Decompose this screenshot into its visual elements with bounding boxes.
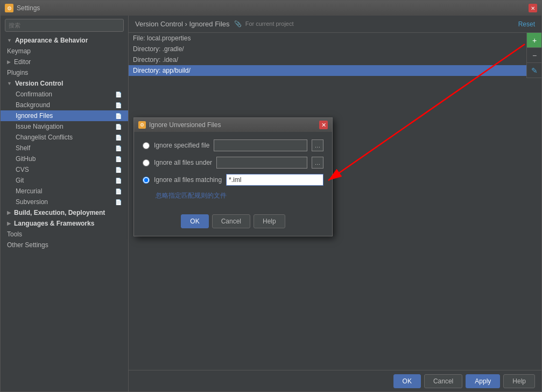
option3-input[interactable] [226,174,323,186]
sidebar-item-label: Mercurial [16,187,42,195]
sidebar-item-label: Languages & Frameworks [14,220,94,227]
sidebar-item-label: Confirmation [16,90,52,98]
option3-radio[interactable] [143,177,150,184]
sidebar-item-label: Git [16,177,24,184]
sidebar-item-tools[interactable]: Tools [1,229,128,240]
option2-radio[interactable] [143,159,150,166]
sidebar-items-container: ▼Appearance & BehaviorKeymap▶EditorPlugi… [1,35,128,250]
sidebar-item-keymap[interactable]: Keymap [1,46,128,57]
chinese-hint: 忽略指定匹配规则的文件 [156,191,323,200]
sidebar-item-other[interactable]: Other Settings [1,240,128,250]
modal-cancel-button[interactable]: Cancel [212,214,250,228]
sidebar-item-label: Build, Execution, Deployment [14,209,105,216]
sidebar-item-changelist-conflicts[interactable]: Changelist Conflicts📄 [1,132,128,143]
edit-button[interactable]: ✎ [527,63,541,78]
sidebar-item-build[interactable]: ▶Build, Execution, Deployment [1,207,128,218]
sidebar-item-git[interactable]: Git📄 [1,175,128,186]
modal-icon: ⚙ [138,121,146,129]
panel-breadcrumb: Version Control › Ignored Files [135,20,230,28]
file-item[interactable]: Directory: .gradle/ [129,44,526,54]
page-icon: 📄 [115,145,122,151]
for-project-label: 📎 For current project [234,20,294,27]
sidebar-item-label: GitHub [16,155,36,163]
sidebar-item-ignored-files[interactable]: Ignored Files📄 [1,110,128,121]
search-box [1,16,128,35]
search-input[interactable] [5,19,124,32]
modal-close-button[interactable]: ✕ [319,121,328,129]
expand-icon: ▼ [7,81,12,86]
sidebar-item-version-control[interactable]: ▼Version Control [1,78,128,89]
expand-icon: ▼ [7,38,12,43]
page-icon: 📄 [115,124,122,130]
sidebar-item-issue-navigation[interactable]: Issue Navigation📄 [1,121,128,132]
sidebar-item-plugins[interactable]: Plugins [1,67,128,78]
sidebar-item-label: Subversion [16,198,48,206]
modal-title-bar: ⚙ Ignore Unversioned Files ✕ [134,118,332,132]
page-icon: 📄 [115,156,122,162]
option2-browse[interactable]: … [312,157,323,169]
modal-help-button[interactable]: Help [254,214,285,228]
option3-row: Ignore all files matching [143,174,323,186]
sidebar-item-github[interactable]: GitHub📄 [1,153,128,164]
option1-label: Ignore specified file [154,142,209,149]
sidebar-item-confirmation[interactable]: Confirmation📄 [1,89,128,100]
page-icon: 📄 [115,135,122,141]
file-item[interactable]: Directory: app/build/ [129,65,526,76]
cancel-button[interactable]: Cancel [424,374,462,388]
page-icon: 📄 [115,113,122,119]
sidebar-item-appearance[interactable]: ▼Appearance & Behavior [1,35,128,46]
sidebar-item-label: Editor [14,58,31,66]
page-icon: 📄 [115,188,122,194]
apply-button[interactable]: Apply [466,374,500,388]
page-icon: 📄 [115,199,122,205]
for-project-icon: 📎 [234,20,242,27]
sidebar-item-label: Version Control [15,80,63,87]
option1-row: Ignore specified file … [143,139,323,151]
reset-button[interactable]: Reset [518,20,535,28]
add-button[interactable]: + [527,33,541,48]
modal-footer: OK Cancel Help [134,214,332,236]
sidebar-item-label: Background [16,101,50,109]
window-icon: ⚙ [5,4,13,12]
page-icon: 📄 [115,178,122,184]
modal-body: Ignore specified file … Ignore all files… [134,132,332,214]
option1-browse[interactable]: … [312,139,323,151]
sidebar-item-label: Changelist Conflicts [16,134,73,141]
sidebar-item-label: Shelf [16,144,30,152]
sidebar-item-label: Issue Navigation [16,123,64,130]
remove-button[interactable]: − [527,48,541,63]
sidebar-item-label: Plugins [7,69,28,76]
bottom-bar: OK Cancel Apply Help [129,370,541,391]
sidebar-item-label: CVS [16,166,29,173]
modal-ok-button[interactable]: OK [181,214,208,228]
sidebar-item-languages[interactable]: ▶Languages & Frameworks [1,218,128,229]
option2-input[interactable] [216,157,307,169]
sidebar-item-editor[interactable]: ▶Editor [1,57,128,67]
help-button[interactable]: Help [503,374,535,388]
file-item[interactable]: Directory: .idea/ [129,54,526,65]
option1-radio[interactable] [143,142,150,149]
ok-button[interactable]: OK [393,374,421,388]
title-bar: ⚙ Settings ✕ [1,1,541,16]
panel-header: Version Control › Ignored Files 📎 For cu… [129,16,541,33]
close-button[interactable]: ✕ [529,4,537,12]
file-list: File: local.propertiesDirectory: .gradle… [129,33,526,76]
page-icon: 📄 [115,102,122,108]
sidebar-item-label: Keymap [7,47,31,55]
window-title: Settings [17,4,525,12]
sidebar-item-cvs[interactable]: CVS📄 [1,164,128,175]
file-item[interactable]: File: local.properties [129,33,526,44]
page-icon: 📄 [115,167,122,173]
option1-input[interactable] [214,139,307,151]
sidebar-item-background[interactable]: Background📄 [1,100,128,110]
sidebar-item-mercurial[interactable]: Mercurial📄 [1,186,128,197]
expand-icon: ▶ [7,221,11,226]
toolbar-actions: + − ✎ [526,33,541,78]
sidebar: ▼Appearance & BehaviorKeymap▶EditorPlugi… [1,16,129,391]
page-icon: 📄 [115,92,122,97]
option2-row: Ignore all files under … [143,157,323,169]
sidebar-item-shelf[interactable]: Shelf📄 [1,143,128,153]
sidebar-item-subversion[interactable]: Subversion📄 [1,197,128,207]
sidebar-item-label: Tools [7,230,22,238]
option3-label: Ignore all files matching [154,176,222,184]
